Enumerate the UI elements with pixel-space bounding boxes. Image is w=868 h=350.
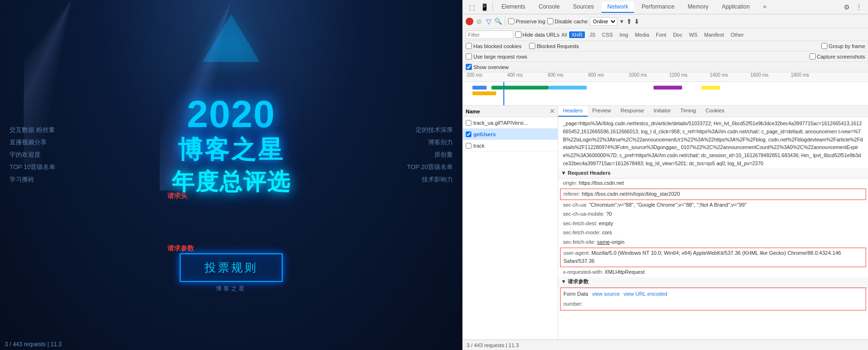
tab-performance[interactable]: Performance bbox=[636, 1, 680, 13]
more-options-btn[interactable]: ⋮ bbox=[854, 2, 864, 12]
detail-tab-timing[interactable]: Timing bbox=[675, 106, 701, 117]
tl-bar-blue bbox=[472, 86, 487, 90]
request-item-1[interactable]: getUsers bbox=[463, 129, 558, 140]
detail-tab-cookies[interactable]: Cookies bbox=[701, 106, 729, 117]
timeline-area: 200 ms 400 ms 600 ms 800 ms 1000 ms 1200… bbox=[463, 72, 868, 106]
timeline-bars bbox=[463, 82, 868, 106]
tab-elements[interactable]: Elements bbox=[496, 1, 531, 13]
webpage-status: 3 / 443 requests | 11.3 bbox=[5, 341, 61, 348]
filter-font[interactable]: Font bbox=[654, 31, 669, 38]
request-check-2[interactable] bbox=[466, 143, 471, 149]
view-source-link[interactable]: view source bbox=[592, 290, 620, 299]
filter-css[interactable]: CSS bbox=[600, 31, 615, 38]
request-count: 3 / 443 requests | 11.3 bbox=[467, 342, 519, 348]
has-blocked-cookies-checkbox[interactable] bbox=[466, 43, 472, 49]
headers-content: _page=https%3A//blog.csdn.net/testcs_dn/… bbox=[558, 117, 868, 312]
throttle-select[interactable]: Online bbox=[590, 17, 617, 26]
filter-btn[interactable]: ▽ bbox=[485, 18, 492, 25]
preserve-log-label[interactable]: Preserve log bbox=[508, 18, 545, 24]
filter-doc[interactable]: Doc bbox=[671, 31, 685, 38]
detail-tab-preview[interactable]: Preview bbox=[588, 106, 616, 117]
show-overview-checkbox[interactable] bbox=[466, 64, 472, 70]
group-by-frame-label[interactable]: Group by frame bbox=[821, 43, 865, 49]
tab-more[interactable]: » bbox=[757, 1, 772, 13]
form-data-row: number: bbox=[563, 300, 863, 309]
detail-row-origin: origin: https://bss.csdn.net bbox=[560, 179, 866, 188]
request-list-header: Name ✕ bbox=[463, 106, 558, 117]
hide-data-urls-checkbox[interactable] bbox=[515, 31, 521, 38]
request-name-2: track bbox=[473, 143, 485, 149]
inspect-element-btn[interactable]: ⬚ bbox=[467, 2, 477, 12]
detail-tab-headers[interactable]: Headers bbox=[558, 106, 588, 117]
name-column-header: Name bbox=[466, 109, 480, 114]
show-overview-label[interactable]: Show overview bbox=[466, 64, 509, 70]
timeline-marks: 200 ms 400 ms 600 ms 800 ms 1000 ms 1200… bbox=[467, 72, 864, 82]
filter-input[interactable] bbox=[466, 30, 513, 39]
annotation-request-params: 请求参数 bbox=[167, 244, 194, 253]
request-detail-panel[interactable]: Headers Preview Response Initiator Timin… bbox=[558, 106, 868, 340]
tab-application[interactable]: Application bbox=[716, 1, 756, 13]
record-btn[interactable] bbox=[466, 18, 473, 25]
hide-data-urls-label[interactable]: Hide data URLs bbox=[515, 31, 560, 38]
filter-media[interactable]: Media bbox=[633, 31, 652, 38]
download-btn[interactable]: ⬇ bbox=[634, 18, 640, 25]
webpage-panel: 交互数据 粉丝量 直播视频分享 宇的欢迎度 TOP 10晋级名单 学习搬砖 定的… bbox=[0, 0, 462, 350]
disable-cache-label[interactable]: Disable cache bbox=[547, 18, 588, 24]
has-blocked-cookies-label[interactable]: Has blocked cookies bbox=[466, 43, 521, 49]
form-data-label: Form Data bbox=[563, 290, 588, 299]
tab-memory[interactable]: Memory bbox=[682, 1, 714, 13]
request-name-0: track_ua.gif?APIVersi... bbox=[473, 120, 528, 126]
filter-other[interactable]: Other bbox=[728, 31, 746, 38]
capture-screenshots-label[interactable]: Capture screenshots bbox=[809, 53, 866, 60]
filter-xhr[interactable]: XHR bbox=[569, 31, 585, 38]
all-label: All bbox=[562, 32, 567, 38]
toolbar-separator bbox=[492, 2, 493, 12]
detail-row-user-agent: user-agent: Mozilla/5.0 (Windows NT 10.0… bbox=[560, 248, 866, 267]
detail-tabs: Headers Preview Response Initiator Timin… bbox=[558, 106, 868, 117]
detail-tab-initiator[interactable]: Initiator bbox=[649, 106, 675, 117]
request-check-0[interactable] bbox=[466, 120, 471, 126]
vote-button[interactable]: 投票规则 bbox=[180, 253, 283, 282]
request-check-1[interactable] bbox=[466, 131, 471, 137]
tab-sources[interactable]: Sources bbox=[567, 1, 600, 13]
request-item-2[interactable]: track bbox=[463, 140, 558, 151]
blocked-requests-checkbox[interactable] bbox=[529, 43, 535, 49]
left-sidebar-text: 交互数据 粉丝量 直播视频分享 宇的欢迎度 TOP 10晋级名单 学习搬砖 bbox=[10, 124, 55, 186]
upload-btn[interactable]: ⬆ bbox=[626, 18, 632, 25]
detail-row-sec-fetch-site: sec-fetch-site: same-origin bbox=[560, 238, 866, 247]
mark-200: 200 ms bbox=[467, 72, 482, 78]
tab-console[interactable]: Console bbox=[533, 1, 565, 13]
blogger-star-title: 博客之星 bbox=[88, 133, 374, 167]
view-url-encoded-link[interactable]: view URL encoded bbox=[623, 290, 667, 299]
device-toggle-btn[interactable]: 📱 bbox=[479, 2, 490, 12]
request-item-0[interactable]: track_ua.gif?APIVersi... bbox=[463, 117, 558, 129]
settings-btn[interactable]: ⚙ bbox=[841, 2, 852, 12]
disable-cache-checkbox[interactable] bbox=[547, 18, 553, 24]
request-params-section: ▼ 请求参数 bbox=[558, 277, 868, 288]
filter-ws[interactable]: WS bbox=[686, 31, 700, 38]
blocked-requests-label[interactable]: Blocked Requests bbox=[529, 43, 579, 49]
capture-screenshots-checkbox[interactable] bbox=[809, 53, 816, 60]
group-by-frame-checkbox[interactable] bbox=[821, 43, 827, 49]
filter-js[interactable]: JS bbox=[587, 31, 598, 38]
network-toolbar: ⊘ ▽ 🔍 Preserve log Disable cache Online … bbox=[463, 14, 868, 29]
close-filter-btn[interactable]: ✕ bbox=[550, 108, 555, 115]
tab-network[interactable]: Network bbox=[602, 1, 634, 13]
detail-row-page: _page=https%3A//blog.csdn.net/testcs_dn/… bbox=[560, 119, 866, 168]
filter-img[interactable]: Img bbox=[617, 31, 631, 38]
detail-tab-response[interactable]: Response bbox=[616, 106, 649, 117]
blogger-star-label: 博客之星 bbox=[180, 285, 283, 293]
mark-1800: 1800 ms bbox=[791, 72, 809, 78]
filter-manifest[interactable]: Manifest bbox=[702, 31, 726, 38]
timeline-ruler: 200 ms 400 ms 600 ms 800 ms 1000 ms 1200… bbox=[463, 72, 868, 82]
preserve-log-checkbox[interactable] bbox=[508, 18, 514, 24]
toolbar-sep2 bbox=[505, 17, 505, 26]
tl-bar-purple bbox=[654, 86, 682, 90]
use-large-rows-label[interactable]: Use large request rows bbox=[466, 53, 527, 60]
search-btn[interactable]: 🔍 bbox=[494, 18, 502, 25]
stop-btn[interactable]: ⊘ bbox=[475, 18, 483, 25]
mark-400: 400 ms bbox=[507, 72, 523, 78]
mark-600: 600 ms bbox=[548, 72, 563, 78]
use-large-rows-checkbox[interactable] bbox=[466, 53, 472, 60]
dt-content: Name ✕ track_ua.gif?APIVersi... getUsers… bbox=[463, 106, 868, 340]
